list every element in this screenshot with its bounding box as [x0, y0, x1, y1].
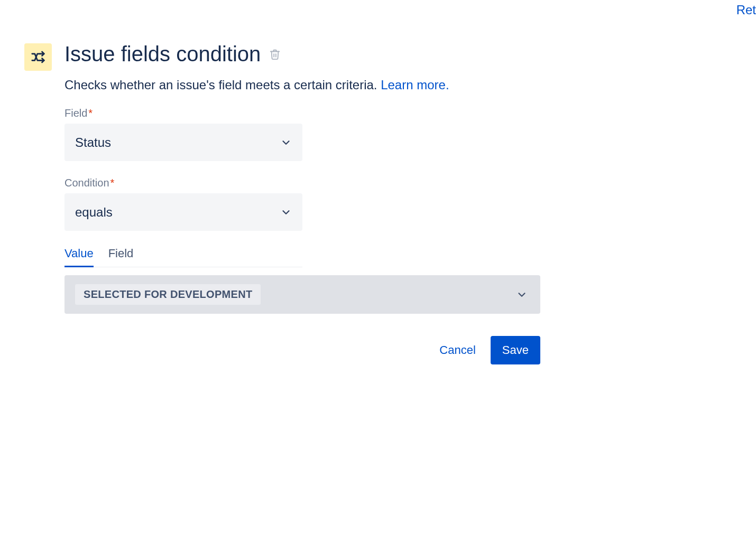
field-label: Field* [64, 107, 732, 119]
value-select[interactable]: SELECTED FOR DEVELOPMENT [64, 275, 540, 314]
condition-select-value: equals [75, 205, 113, 220]
delete-button[interactable] [267, 46, 283, 62]
required-asterisk: * [110, 177, 115, 189]
shuffle-icon [24, 43, 52, 71]
learn-more-link[interactable]: Learn more. [381, 78, 449, 92]
tabs: Value Field [64, 247, 302, 267]
top-return-link[interactable]: Ret [736, 3, 756, 17]
cancel-button[interactable]: Cancel [428, 336, 487, 364]
condition-label: Condition* [64, 177, 732, 189]
status-chip: SELECTED FOR DEVELOPMENT [75, 284, 261, 305]
page-title: Issue fields condition [64, 42, 261, 66]
chevron-down-icon [280, 137, 292, 148]
content-area: Issue fields condition Checks whether an… [64, 42, 732, 364]
condition-select[interactable]: equals [64, 193, 302, 231]
condition-label-text: Condition [64, 177, 109, 189]
action-row: Cancel Save [64, 336, 540, 364]
field-label-text: Field [64, 107, 87, 119]
description-text: Checks whether an issue's field meets a … [64, 78, 381, 92]
chevron-down-icon [280, 207, 292, 218]
required-asterisk: * [88, 107, 93, 119]
description: Checks whether an issue's field meets a … [64, 78, 732, 92]
trash-icon [269, 49, 281, 60]
chevron-down-icon [516, 289, 528, 301]
field-select[interactable]: Status [64, 124, 302, 161]
field-select-value: Status [75, 135, 111, 150]
tab-field[interactable]: Field [108, 247, 134, 267]
tab-value[interactable]: Value [64, 247, 94, 267]
panel: Issue fields condition Checks whether an… [0, 0, 756, 364]
save-button[interactable]: Save [491, 336, 540, 364]
